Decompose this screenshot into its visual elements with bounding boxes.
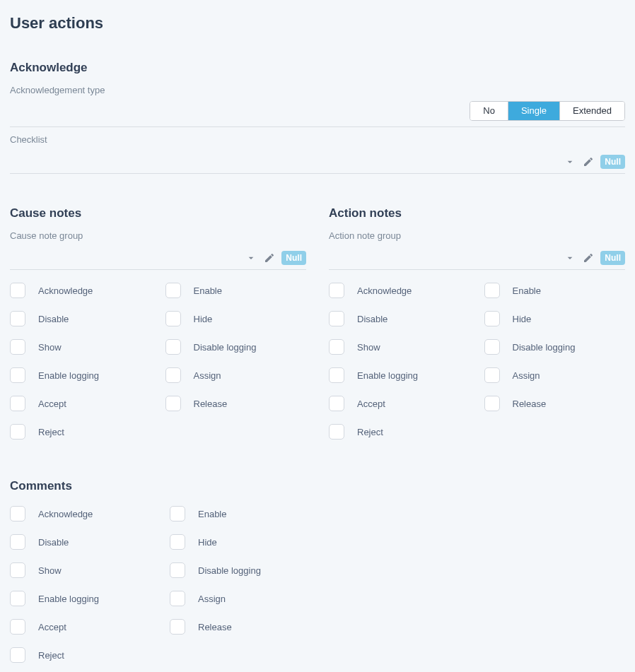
check-label: Release [194,399,228,409]
action-check-release[interactable] [484,396,500,411]
check-label: Acknowledge [357,285,412,296]
ack-checklist-label: Checklist [10,134,625,145]
check-label: Enable [198,509,226,519]
action-check-show[interactable] [329,339,344,355]
check-label: Disable [38,537,69,548]
action-check-disable-logging[interactable] [484,339,500,355]
check-label: Disable [38,314,69,324]
chevron-down-icon[interactable] [564,155,576,168]
check-label: Accept [38,622,66,632]
check-label: Enable logging [38,594,99,604]
section-action-title: Action notes [329,206,625,220]
comments-check-disable[interactable] [10,534,25,550]
comments-check-assign[interactable] [170,591,185,606]
check-label: Reject [38,427,64,437]
ack-checklist-row: Null [10,151,625,174]
cause-check-hide[interactable] [165,311,181,326]
cause-check-release[interactable] [165,396,181,411]
action-check-reject[interactable] [329,424,344,440]
ack-type-single[interactable]: Single [508,102,559,120]
comments-check-hide[interactable] [170,534,185,550]
comments-check-accept[interactable] [10,619,25,635]
check-label: Show [38,565,62,576]
check-label: Acknowledge [38,509,93,519]
cause-check-enable-logging[interactable] [10,367,25,383]
check-label: Enable logging [38,370,99,381]
action-check-hide[interactable] [484,311,500,326]
action-notes-section: Action notes Action note group Null Ackn… [329,202,625,440]
check-label: Show [38,342,62,353]
check-label: Assign [513,370,540,381]
check-label: Hide [198,537,217,548]
comments-check-disable-logging[interactable] [170,562,185,578]
check-label: Disable logging [194,342,257,353]
cause-check-show[interactable] [10,339,25,355]
comments-check-acknowledge[interactable] [10,506,25,521]
check-label: Reject [357,427,383,437]
ack-type-label: Acknowledgement type [10,85,625,95]
null-badge[interactable]: Null [281,251,306,265]
check-label: Disable logging [513,342,576,353]
action-group-label: Action note group [329,230,625,241]
comments-check-release[interactable] [170,619,185,635]
section-cause-title: Cause notes [10,206,306,220]
check-label: Assign [198,594,226,604]
ack-type-no[interactable]: No [470,102,508,120]
ack-type-extended[interactable]: Extended [559,102,624,120]
check-label: Release [198,622,232,632]
action-check-disable[interactable] [329,311,344,326]
comments-check-enable[interactable] [170,506,185,521]
check-label: Show [357,342,380,353]
comments-check-enable-logging[interactable] [10,591,25,606]
action-check-enable-logging[interactable] [329,367,344,383]
cause-check-disable[interactable] [10,311,25,326]
action-check-accept[interactable] [329,396,344,411]
cause-notes-section: Cause notes Cause note group Null Acknow… [10,202,306,440]
section-comments-title: Comments [10,479,625,493]
check-label: Accept [38,399,66,409]
action-group-row: Null [329,247,625,270]
action-check-assign[interactable] [484,367,500,383]
check-label: Enable logging [357,370,418,381]
chevron-down-icon[interactable] [564,252,576,264]
check-label: Disable [357,314,388,324]
cause-group-row: Null [10,247,306,270]
action-check-acknowledge[interactable] [329,283,344,298]
chevron-down-icon[interactable] [245,252,257,264]
comments-check-reject[interactable] [10,647,25,663]
check-label: Hide [194,314,213,324]
section-acknowledge-title: Acknowledge [10,61,625,75]
cause-check-disable-logging[interactable] [165,339,181,355]
check-label: Accept [357,399,385,409]
check-label: Enable [194,285,222,296]
null-badge[interactable]: Null [600,251,625,265]
cause-check-accept[interactable] [10,396,25,411]
null-badge[interactable]: Null [600,155,625,169]
cause-check-assign[interactable] [165,367,181,383]
check-label: Disable logging [198,565,261,576]
cause-check-acknowledge[interactable] [10,283,25,298]
cause-group-label: Cause note group [10,230,306,241]
ack-type-segmented: No Single Extended [470,101,625,121]
page-title: User actions [10,14,625,33]
cause-check-enable[interactable] [165,283,181,298]
check-label: Assign [194,370,221,381]
pencil-icon[interactable] [582,155,595,168]
pencil-icon[interactable] [582,252,595,264]
pencil-icon[interactable] [263,252,276,264]
cause-check-reject[interactable] [10,424,25,440]
action-check-enable[interactable] [484,283,500,298]
check-label: Enable [513,285,541,296]
comments-check-show[interactable] [10,562,25,578]
check-label: Reject [38,650,64,661]
check-label: Hide [513,314,532,324]
check-label: Acknowledge [38,285,93,296]
check-label: Release [513,399,547,409]
